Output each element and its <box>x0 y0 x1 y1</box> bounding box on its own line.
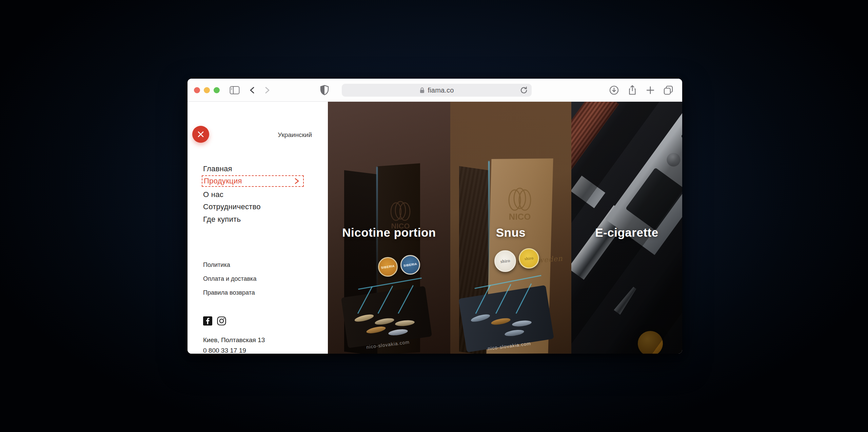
footer-link-return-rules[interactable]: Правила возврата <box>203 289 255 296</box>
facebook-icon[interactable] <box>203 316 212 326</box>
instagram-icon[interactable] <box>217 316 226 326</box>
product-photo-tray: SIBERIA SIBERIA nico-slovakia.com <box>334 251 436 353</box>
close-icon <box>197 131 204 138</box>
tin-shiro-white: shiro <box>494 250 516 272</box>
product-photo-tray: shiro shiro nico-slovakia.com <box>454 248 559 353</box>
menu-sidebar: Украинский Главная Продукция О нас Сотру… <box>188 102 328 354</box>
contact-phone[interactable]: 0 800 33 17 19 <box>203 347 246 354</box>
share-icon[interactable] <box>627 85 637 96</box>
page-content: Украинский Главная Продукция О нас Сотру… <box>188 102 682 354</box>
social-links <box>203 316 226 326</box>
menu-item-cooperation[interactable]: Сотрудничество <box>203 202 261 211</box>
reload-icon[interactable] <box>519 85 528 95</box>
traffic-lights <box>194 79 220 102</box>
panel-snus[interactable]: NICO Feel the Sweden shiro shiro <box>450 102 571 354</box>
chevron-right-icon <box>294 178 300 184</box>
menu-item-products[interactable]: Продукция <box>202 175 304 187</box>
panel-label-e-cigarette: E-cigarette <box>571 226 682 239</box>
close-menu-button[interactable] <box>192 126 209 143</box>
url-text: fiama.co <box>428 86 454 94</box>
new-tab-icon[interactable] <box>646 85 655 95</box>
footer-link-policy[interactable]: Политика <box>203 261 230 269</box>
menu-item-about[interactable]: О нас <box>203 190 223 199</box>
panel-label-nicotine-portion: Nicotine portion <box>328 226 450 239</box>
tin-siberia-orange: SIBERIA <box>378 257 398 277</box>
panel-nicotine-portion[interactable]: NICO SIBERIA SIBERIA <box>328 102 450 354</box>
footer-link-payment-delivery[interactable]: Оплата и доставка <box>203 275 256 282</box>
browser-window: fiama.co <box>188 79 682 354</box>
contact-address: Киев, Полтавская 13 <box>203 336 265 344</box>
menu-item-where-to-buy[interactable]: Где купить <box>203 215 241 224</box>
window-zoom-button[interactable] <box>214 87 220 93</box>
language-switcher[interactable]: Украинский <box>278 131 312 139</box>
panel-e-cigarette[interactable]: E-cigarette <box>571 102 682 354</box>
menu-item-products-label: Продукция <box>204 177 242 185</box>
window-close-button[interactable] <box>194 87 200 93</box>
window-minimize-button[interactable] <box>204 87 210 93</box>
shield-icon[interactable] <box>320 85 329 96</box>
desktop-background: fiama.co <box>0 0 868 432</box>
tab-overview-icon[interactable] <box>663 85 674 95</box>
back-button[interactable] <box>248 85 257 95</box>
tin-shiro-yellow: shiro <box>519 248 539 269</box>
tin-siberia-blue: SIBERIA <box>400 255 420 275</box>
menu-item-home[interactable]: Главная <box>203 164 232 173</box>
sidebar-toggle-icon[interactable] <box>230 86 240 95</box>
browser-toolbar: fiama.co <box>188 79 682 102</box>
product-panels: NICO SIBERIA SIBERIA <box>328 102 682 354</box>
forward-button[interactable] <box>263 85 272 95</box>
downloads-icon[interactable] <box>609 85 619 95</box>
panel-label-snus: Snus <box>450 226 571 239</box>
lock-icon <box>419 87 425 94</box>
address-bar[interactable]: fiama.co <box>342 84 532 97</box>
